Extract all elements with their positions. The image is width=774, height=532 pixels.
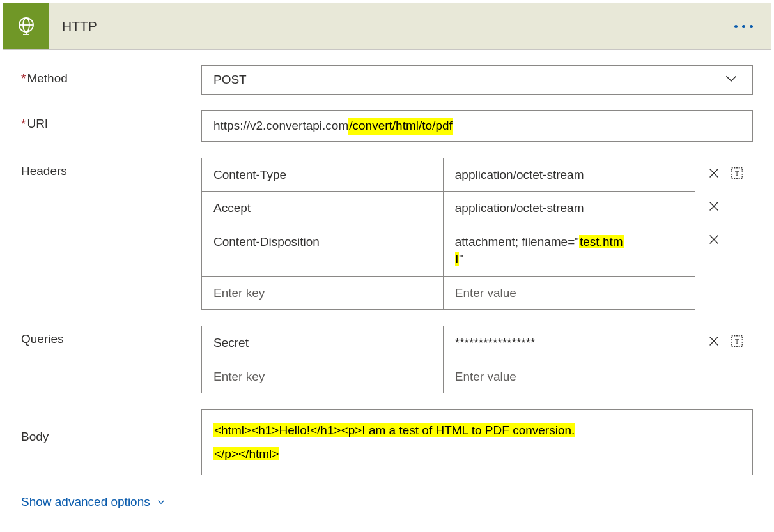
more-button[interactable] [734, 3, 753, 49]
uri-text-highlight: /convert/html/to/pdf [348, 118, 453, 135]
header-value-placeholder[interactable]: Enter value [444, 277, 695, 310]
header-key[interactable]: Content-Type [202, 158, 444, 192]
body-input[interactable]: <html><h1>Hello!</h1><p>I am a test of H… [201, 409, 753, 475]
uri-row: *URI https://v2.convertapi.com/convert/h… [21, 110, 753, 142]
body-label: Body [21, 409, 201, 444]
header-value[interactable]: application/octet-stream [444, 158, 695, 192]
chevron-down-icon [723, 70, 739, 90]
method-label: *Method [21, 65, 201, 86]
card-title: HTTP [49, 19, 97, 34]
header-key[interactable]: Accept [202, 192, 444, 225]
card-body: *Method POST *URI https://v2.convertapi.… [3, 50, 771, 522]
headers-actions: T [702, 158, 753, 257]
delete-icon[interactable] [707, 334, 721, 351]
card-header: HTTP [3, 3, 771, 50]
chevron-down-icon [155, 496, 167, 508]
query-key-placeholder[interactable]: Enter key [202, 360, 444, 393]
delete-icon[interactable] [707, 232, 721, 249]
uri-label: *URI [21, 110, 201, 131]
header-value[interactable]: attachment; filename="test.html" [444, 225, 695, 276]
queries-row: Queries Secret ***************** Enter k… [21, 326, 753, 393]
query-key[interactable]: Secret [202, 326, 444, 360]
queries-table: Secret ***************** Enter key Enter… [201, 326, 695, 393]
query-value[interactable]: ***************** [444, 326, 695, 360]
text-mode-icon[interactable]: T [730, 166, 744, 183]
headers-label: Headers [21, 158, 201, 178]
method-dropdown[interactable]: POST [201, 65, 753, 95]
queries-label: Queries [21, 326, 201, 346]
body-line1-highlight: <html><h1>Hello!</h1><p>I am a test of H… [213, 423, 575, 437]
headers-table: Content-Type application/octet-stream Ac… [201, 158, 695, 310]
header-value[interactable]: application/octet-stream [444, 192, 695, 225]
query-row-0[interactable]: Secret ***************** [202, 326, 695, 360]
http-icon [3, 3, 49, 49]
method-value: POST [213, 73, 247, 87]
queries-actions: T [702, 326, 753, 359]
header-row-1[interactable]: Accept application/octet-stream [202, 192, 695, 225]
delete-icon[interactable] [707, 199, 721, 216]
show-advanced-link[interactable]: Show advanced options [21, 491, 167, 509]
header-row-2[interactable]: Content-Disposition attachment; filename… [202, 225, 695, 277]
query-value-placeholder[interactable]: Enter value [444, 360, 695, 393]
http-action-card: HTTP *Method POST *URI [3, 3, 771, 522]
svg-text:T: T [735, 338, 739, 345]
headers-row: Headers Content-Type application/octet-s… [21, 158, 753, 310]
header-key-placeholder[interactable]: Enter key [202, 277, 444, 310]
method-row: *Method POST [21, 65, 753, 95]
body-row: Body <html><h1>Hello!</h1><p>I am a test… [21, 409, 753, 475]
header-row-0[interactable]: Content-Type application/octet-stream [202, 158, 695, 192]
svg-text:T: T [735, 169, 739, 176]
body-line2-highlight: </p></html> [213, 447, 279, 460]
header-key[interactable]: Content-Disposition [202, 225, 444, 276]
uri-text-plain: https://v2.convertapi.com [213, 118, 348, 135]
text-mode-icon[interactable]: T [730, 334, 744, 351]
uri-input[interactable]: https://v2.convertapi.com/convert/html/t… [201, 110, 753, 142]
header-row-new[interactable]: Enter key Enter value [202, 277, 695, 310]
delete-icon[interactable] [707, 166, 721, 183]
query-row-new[interactable]: Enter key Enter value [202, 360, 695, 394]
